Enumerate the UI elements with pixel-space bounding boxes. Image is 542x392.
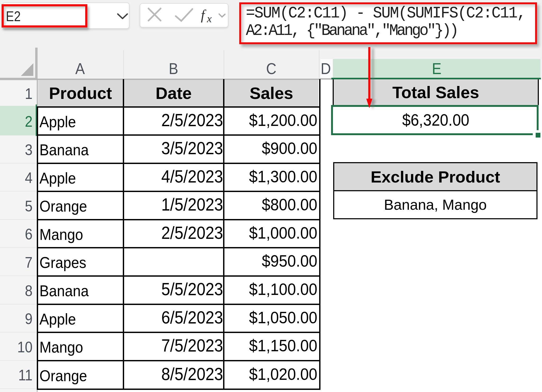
svg-text:x: x xyxy=(207,13,212,25)
svg-text:f: f xyxy=(201,7,206,22)
